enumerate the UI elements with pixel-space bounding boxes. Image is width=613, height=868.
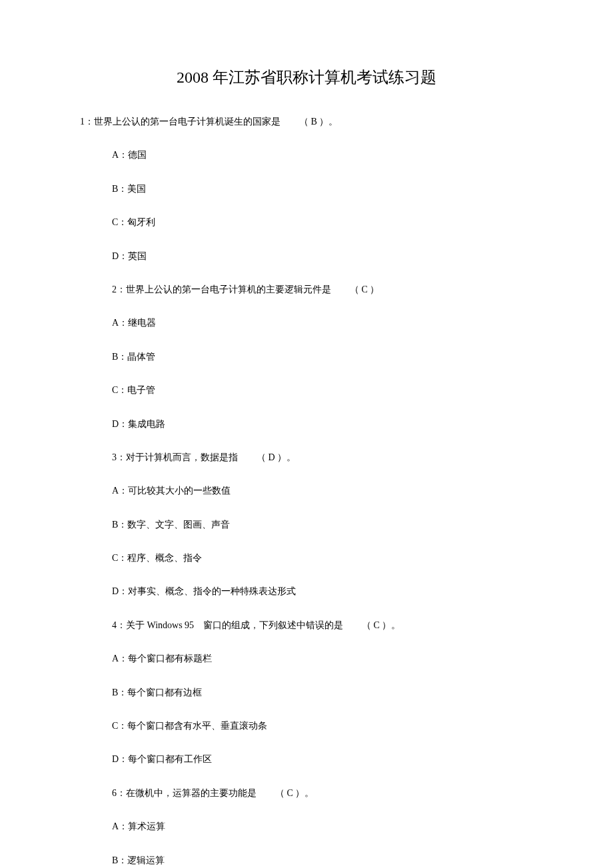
question-4-option-b: B：每个窗口都有边框 [112,685,533,700]
question-4-option-d: D：每个窗口都有工作区 [112,752,533,767]
question-3-option-a: A：可比较其大小的一些数值 [112,484,533,498]
document-page: 2008 年江苏省职称计算机考试练习题 1：世界上公认的第一台电子计算机诞生的国… [0,0,613,868]
document-title: 2008 年江苏省职称计算机考试练习题 [80,67,533,88]
question-6-stem: 6：在微机中，运算器的主要功能是 （ C ）。 [112,786,533,801]
question-2-option-a: A：继电器 [112,316,533,330]
question-6-option-a: A：算术运算 [112,819,533,834]
question-2-option-d: D：集成电路 [112,417,533,432]
question-3-stem: 3：对于计算机而言，数据是指 （ D ）。 [112,450,533,465]
question-1-option-b: B：美国 [112,182,533,197]
question-1-stem: 1：世界上公认的第一台电子计算机诞生的国家是 （ B ）。 [80,115,533,129]
question-2-stem: 2：世界上公认的第一台电子计算机的主要逻辑元件是 （ C ） [112,282,533,297]
question-1-option-a: A：德国 [112,148,533,163]
question-1-option-d: D：英国 [112,249,533,264]
question-4-option-c: C：每个窗口都含有水平、垂直滚动条 [112,719,533,733]
question-4-stem: 4：关于 Windows 95 窗口的组成，下列叙述中错误的是 （ C ）。 [112,618,533,633]
question-3-option-b: B：数字、文字、图画、声音 [112,518,533,532]
question-4-option-a: A：每个窗口都有标题栏 [112,651,533,666]
question-3-option-c: C：程序、概念、指令 [112,551,533,566]
question-2-option-c: C：电子管 [112,383,533,398]
question-3-option-d: D：对事实、概念、指令的一种特殊表达形式 [112,584,533,599]
question-1-option-c: C：匈牙利 [112,215,533,230]
question-2-option-b: B：晶体管 [112,350,533,364]
question-6-option-b: B：逻辑运算 [112,853,533,868]
